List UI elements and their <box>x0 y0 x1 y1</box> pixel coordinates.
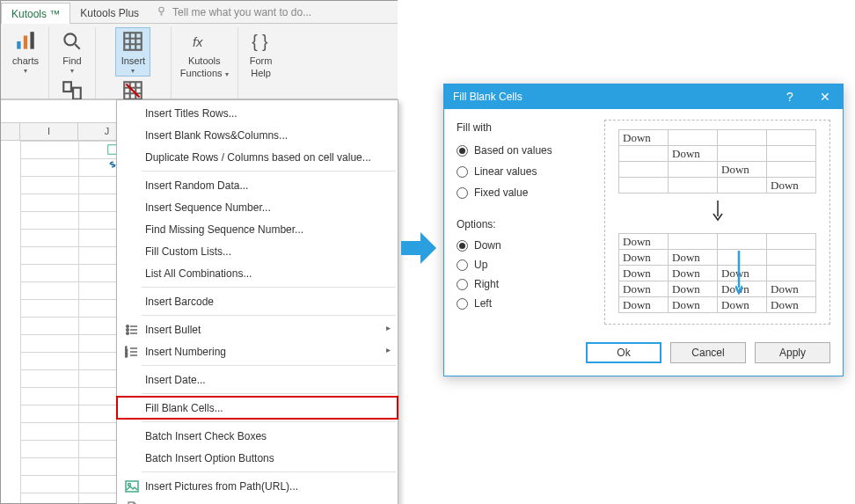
preview-panel: Down Down Down Down Down DownDown DownDo… <box>604 120 830 325</box>
dialog-button-row: Ok Cancel Apply <box>444 335 843 376</box>
radio-down[interactable]: Down <box>457 236 588 255</box>
svg-rect-5 <box>63 82 71 91</box>
radio-fixed-value[interactable]: Fixed value <box>457 183 588 202</box>
svg-rect-20 <box>126 481 138 492</box>
flow-arrow-icon <box>399 229 438 267</box>
menu-find-missing-sequence[interactable]: Find Missing Sequence Number... <box>117 218 398 240</box>
menu-insert-titles-rows[interactable]: Insert Titles Rows... <box>117 102 398 124</box>
insert-label: Insert <box>121 55 146 66</box>
dialog-options-column: Fill with Based on values Linear values … <box>457 120 588 325</box>
select-all-corner[interactable] <box>1 123 20 140</box>
radio-up[interactable]: Up <box>457 255 588 274</box>
tab-kutools[interactable]: Kutools ™ <box>1 3 70 24</box>
find-label: Find <box>62 55 81 66</box>
svg-text:3: 3 <box>125 353 128 358</box>
ok-button[interactable]: Ok <box>586 342 661 363</box>
menu-insert-numbering[interactable]: 123 Insert Numbering <box>117 340 398 362</box>
radio-dot-icon <box>457 166 468 178</box>
dialog-title-text: Fill Blank Cells <box>453 91 522 103</box>
fill-blank-cells-dialog: Fill Blank Cells ? ✕ Fill with Based on … <box>443 84 844 376</box>
help-label: Help <box>251 68 271 78</box>
apply-button[interactable]: Apply <box>755 342 830 363</box>
fill-with-label: Fill with <box>457 121 588 134</box>
radio-dot-icon <box>457 240 468 252</box>
lightbulb-icon <box>156 5 167 19</box>
magnifier-icon <box>60 29 84 54</box>
svg-rect-3 <box>30 32 33 48</box>
tab-kutools-plus[interactable]: Kutools Plus <box>70 3 149 23</box>
radio-based-on-values[interactable]: Based on values <box>457 141 588 160</box>
fx-icon: fx <box>192 29 216 54</box>
svg-text:fx: fx <box>193 35 203 49</box>
preview-after-table: Down DownDown DownDownDown DownDownDownD… <box>618 233 816 313</box>
menu-insert-pictures-from-path[interactable]: Insert Pictures from Path(URL)... <box>117 475 398 497</box>
braces-icon: { } <box>249 29 274 54</box>
excel-window: Kutools ™ Kutools Plus Tell me what you … <box>0 0 398 504</box>
radio-right[interactable]: Right <box>457 274 588 294</box>
svg-point-14 <box>127 325 129 327</box>
document-icon <box>122 501 142 505</box>
menu-insert-bullet[interactable]: Insert Bullet <box>117 318 398 340</box>
number-list-icon: 123 <box>122 345 142 359</box>
menu-insert-watermark[interactable]: Insert Watermark... <box>117 497 398 504</box>
tell-me-placeholder: Tell me what you want to do... <box>172 6 311 18</box>
picture-icon <box>122 479 142 493</box>
menu-fill-blank-cells[interactable]: Fill Blank Cells... <box>117 397 398 419</box>
menu-duplicate-rows-columns[interactable]: Duplicate Rows / Columns based on cell v… <box>117 146 398 168</box>
svg-point-15 <box>127 328 129 331</box>
menu-list-all-combinations[interactable]: List All Combinations... <box>117 262 398 284</box>
kfunc-label-1: Kutools <box>188 55 221 66</box>
svg-text:{ }: { } <box>252 32 268 51</box>
svg-point-16 <box>127 332 129 334</box>
radio-dot-icon <box>457 145 468 157</box>
radio-dot-icon <box>457 187 468 199</box>
bullet-list-icon <box>122 323 142 337</box>
insert-dropdown-menu: Insert Titles Rows... Insert Blank Rows&… <box>116 99 398 504</box>
find-button[interactable]: Find ▾ <box>55 27 90 77</box>
menu-batch-insert-option-buttons[interactable]: Batch Insert Option Buttons <box>117 447 398 469</box>
cancel-button[interactable]: Cancel <box>670 342 746 363</box>
menu-fill-custom-lists[interactable]: Fill Custom Lists... <box>117 240 398 262</box>
down-arrow-icon <box>711 201 725 226</box>
svg-point-0 <box>159 7 164 11</box>
svg-rect-1 <box>17 41 20 49</box>
chart-icon <box>13 29 38 54</box>
radio-left[interactable]: Left <box>457 294 588 313</box>
menu-batch-insert-checkboxes[interactable]: Batch Insert Check Boxes <box>117 425 398 447</box>
kfunc-label-2: Functions <box>180 68 223 78</box>
menu-insert-sequence-number[interactable]: Insert Sequence Number... <box>117 196 398 218</box>
radio-dot-icon <box>457 279 468 290</box>
charts-label: charts <box>12 55 39 66</box>
dialog-titlebar[interactable]: Fill Blank Cells ? ✕ <box>444 84 843 109</box>
svg-point-4 <box>64 33 76 45</box>
ribbon-tab-bar: Kutools ™ Kutools Plus Tell me what you … <box>1 1 398 24</box>
form-label: Form <box>250 55 273 66</box>
ribbon: charts ▾ Find ▾ Select ▾ <box>1 24 398 99</box>
kutools-functions-button[interactable]: fx Kutools Functions ▾ <box>177 27 232 81</box>
column-header-i[interactable]: I <box>20 123 78 140</box>
options-label: Options: <box>457 218 588 230</box>
insert-button[interactable]: Insert ▾ <box>115 27 150 77</box>
svg-rect-6 <box>73 88 81 99</box>
svg-rect-2 <box>24 36 27 49</box>
formula-helper-button[interactable]: { } Form Help <box>244 27 279 80</box>
svg-rect-7 <box>125 33 142 50</box>
charts-button[interactable]: charts ▾ <box>8 27 43 77</box>
radio-linear-values[interactable]: Linear values <box>457 162 588 181</box>
menu-insert-random-data[interactable]: Insert Random Data... <box>117 174 398 196</box>
radio-dot-icon <box>457 259 468 271</box>
insert-grid-icon <box>121 29 145 54</box>
help-button[interactable]: ? <box>772 84 808 109</box>
close-button[interactable]: ✕ <box>808 84 843 109</box>
preview-before-table: Down Down Down Down <box>618 129 816 194</box>
tell-me-search[interactable]: Tell me what you want to do... <box>149 5 318 19</box>
menu-insert-date[interactable]: Insert Date... <box>117 369 398 391</box>
menu-insert-blank-rows-columns[interactable]: Insert Blank Rows&Columns... <box>117 124 398 146</box>
menu-insert-barcode[interactable]: Insert Barcode <box>117 290 398 312</box>
radio-dot-icon <box>457 298 468 310</box>
